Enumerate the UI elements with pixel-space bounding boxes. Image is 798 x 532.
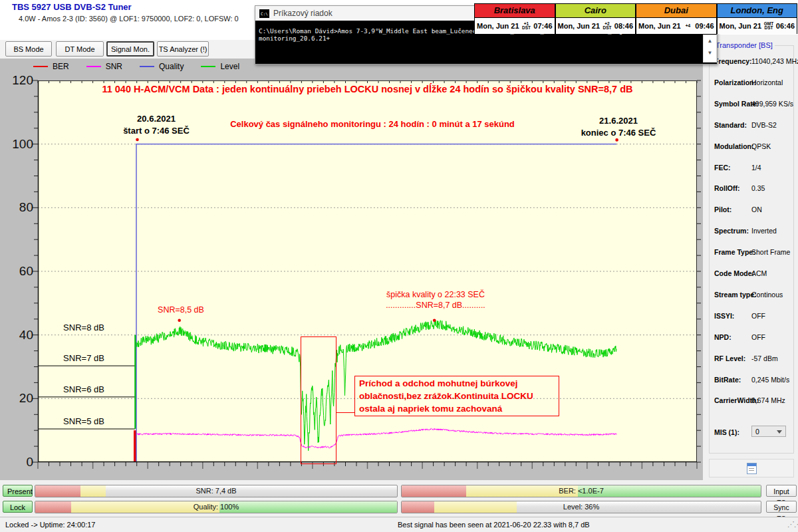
quality-bar: Quality: 100%: [35, 501, 398, 513]
transponder-row-value: OFF: [751, 312, 765, 320]
legend-item-quality: Quality: [140, 62, 184, 71]
transponder-row-carrierwidth: CarrierWidth:0,674 MHz: [714, 396, 791, 404]
input-ts-button[interactable]: Input TS: [766, 485, 797, 497]
chart-title-annotation: 11 040 H-ACM/VCM Data : jeden kontinuáln…: [38, 84, 697, 94]
snr-threshold-label: SNR=8 dB: [47, 323, 121, 332]
tuner-app-window: TBS 5927 USB DVB-S2 Tuner 4.0W - Amos 2-…: [0, 0, 798, 532]
transponder-row-label: RF Level:: [714, 354, 745, 362]
clock-city-header: Cairo: [556, 4, 636, 18]
clock-time: 08:46: [614, 22, 633, 30]
storm-highlight-rect: [301, 336, 336, 464]
snr-bar: SNR: 7,4 dB: [35, 485, 398, 497]
clock-body: Mon, Jun 21+409:46: [636, 18, 716, 34]
transponder-row-frametype: Frame Type:Short Frame: [714, 248, 791, 256]
transport-stream-icon: [747, 463, 757, 474]
clock-time: 07:46: [533, 22, 552, 30]
resize-grip[interactable]: ⋰⋰: [787, 520, 798, 529]
level-bar-label: Level: 36%: [402, 501, 761, 513]
present-button[interactable]: Present: [3, 485, 33, 497]
transponder-row-issyi: ISSYI:OFF: [714, 312, 791, 320]
clock-bratislava: BratislavaMon, Jun 21+1DST07:46: [474, 3, 555, 34]
transponder-row-codemode: Code Mode:ACM: [714, 269, 791, 277]
clock-date: Mon, Jun 21: [558, 22, 600, 30]
storm-note-box: Príchod a odchod mohutnej búrkovejoblačn…: [354, 376, 559, 416]
snr-threshold-label: SNR=5 dB: [47, 416, 121, 426]
tab-bs-mode[interactable]: BS Mode: [5, 41, 52, 57]
transponder-row-label: FEC:: [714, 164, 731, 172]
transponder-row-label: Polarization:: [714, 78, 756, 86]
legend-item-snr: SNR: [86, 62, 122, 71]
transponder-row-pilot: Pilot:ON: [714, 205, 791, 213]
y-axis-tick-label: 40: [5, 328, 33, 342]
clock-body: Mon, Jun 21+2DST08:46: [556, 18, 636, 34]
transponder-row-rflevel: RF Level:-57 dBm: [714, 354, 791, 362]
app-title: TBS 5927 USB DVB-S2 Tuner: [12, 2, 132, 12]
transponder-row-value: Horizontal: [751, 78, 783, 86]
transponder-row-label: Code Mode:: [714, 269, 754, 277]
app-subtitle: 4.0W - Amos 2-3 (ID: 3560) @ LOF1: 97500…: [19, 15, 239, 23]
legend-label: Level: [220, 62, 239, 71]
transponder-row-bitrate: BitRate:0,245 Mbit/s: [714, 376, 791, 384]
duration-annotation: Celkový čas signálneho monitoringu : 24 …: [200, 119, 545, 129]
tab-ts-analyzer[interactable]: TS Analyzer (!): [157, 41, 209, 57]
transponder-row-value: Continous: [751, 291, 783, 299]
mis-dropdown[interactable]: 0: [751, 426, 786, 437]
transponder-row-streamtype: Stream type:Continous: [714, 291, 791, 299]
clock-time: 06:46: [776, 22, 795, 30]
y-axis-tick-label: 0: [5, 455, 33, 469]
transponder-row-label: ISSYI:: [714, 312, 734, 320]
status-bar: Locked -> Uptime: 24:00:17 Best signal h…: [0, 517, 798, 532]
transponder-row-symbolrate: Symbol Rate:499,959 KS/s: [714, 100, 791, 108]
legend-item-ber: BER: [33, 62, 69, 71]
transponder-row-value: 11040,243 MHz: [751, 57, 798, 65]
legend-label: BER: [53, 62, 69, 71]
legend-swatch: [140, 66, 154, 67]
signal-monitor-chart-panel: BERSNRQualityLevel 020406080100120 11 04…: [0, 59, 703, 480]
transponder-row-value: 0.35: [751, 184, 765, 192]
peak-quality-annotation: špička kvality o 22:33 SEČ.............S…: [358, 289, 513, 311]
sync-ts-button[interactable]: Sync TS: [766, 501, 797, 513]
ber-bar-label: BER: <1.0E-7: [402, 485, 761, 497]
transponder-row-value: Short Frame: [751, 248, 790, 256]
transponder-row-label: BitRate:: [714, 376, 741, 384]
clock-date: Mon, Jun 21: [638, 22, 681, 30]
legend-label: Quality: [159, 62, 184, 71]
transponder-row-label: RollOff:: [714, 184, 740, 192]
transponder-row-value: 0,245 Mbit/s: [751, 376, 789, 384]
mis-row: MIS (1): 0: [714, 428, 739, 436]
transponder-row-label: Frequency:: [714, 57, 752, 65]
transponder-row-label: Spectrum:: [714, 227, 749, 235]
cmd-scrollbar[interactable]: ▲ ▼: [703, 35, 717, 63]
cmd-window-title: Príkazový riadok: [273, 9, 332, 18]
snr-threshold-label: SNR=7 dB: [47, 353, 121, 363]
mis-label: MIS (1):: [714, 428, 739, 436]
scroll-up-icon[interactable]: ▲: [704, 35, 716, 47]
transponder-row-value: 1/4: [751, 164, 761, 172]
tab-signal-mon[interactable]: Signal Mon.: [106, 41, 154, 57]
transponder-row-value: DVB-S2: [751, 121, 777, 129]
legend-swatch: [86, 66, 101, 67]
transponder-panel: Transponder [BS] Frequency:11040,243 MHz…: [703, 35, 798, 517]
transponder-row-label: Frame Type:: [714, 248, 755, 256]
transponder-row-fec: FEC:1/4: [714, 164, 791, 172]
scroll-down-icon[interactable]: ▼: [704, 47, 716, 59]
transponder-row-value: 499,959 KS/s: [751, 100, 793, 108]
transponder-row-label: NPD:: [714, 333, 732, 341]
transponder-row-label: Pilot:: [714, 205, 732, 213]
ber-bar: BER: <1.0E-7: [401, 485, 761, 497]
y-axis-tick-label: 100: [5, 137, 33, 152]
start-annotation: 20.6.2021štart o 7:46 SEČ: [103, 113, 209, 137]
clock-london-eng: London, EngMon, Jun 21GMTDST06:46: [717, 3, 798, 34]
clock-city-header: Bratislava: [475, 4, 555, 18]
clock-cairo: CairoMon, Jun 21+2DST08:46: [555, 3, 636, 34]
transponder-row-value: ON: [751, 205, 762, 213]
snr-bar-label: SNR: 7,4 dB: [35, 485, 397, 497]
transponder-row-value: Inverted: [751, 227, 777, 235]
tab-dt-mode[interactable]: DT Mode: [56, 41, 104, 57]
level-bar: Level: 36%: [401, 501, 761, 513]
transponder-row-rolloff: RollOff:0.35: [714, 184, 791, 192]
y-axis-tick-label: 120: [5, 73, 33, 88]
lock-button[interactable]: Lock: [3, 501, 33, 513]
clock-dubai: DubaiMon, Jun 21+409:46: [636, 3, 717, 34]
transponder-row-spectrum: Spectrum:Inverted: [714, 227, 791, 235]
